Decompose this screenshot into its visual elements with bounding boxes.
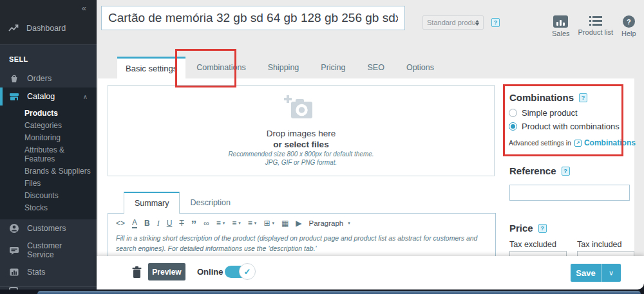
numbered-list-icon[interactable]: ≡▾ [248, 219, 257, 228]
catalog-submenu: Products Categories Monitoring Attribute… [0, 106, 97, 219]
combinations-advanced-link[interactable]: ↗ Combinations [574, 138, 636, 147]
insert-media-icon[interactable]: ▶ [296, 219, 301, 228]
align-icon[interactable]: ≡▾ [216, 219, 225, 228]
sidebar-item-stats[interactable]: Stats [0, 263, 97, 281]
strikethrough-icon[interactable]: T [179, 219, 184, 228]
sidebar-item-customers[interactable]: Customers [0, 219, 97, 237]
paragraph-label: Paragraph [309, 219, 344, 228]
radio-checked-icon [509, 122, 517, 131]
footer-action-bar: Preview Online ✓ Save ∨ [97, 256, 644, 289]
text-color-icon[interactable]: A [132, 218, 137, 228]
caret-down-icon: ▾ [272, 219, 274, 228]
sidebar-catalog-block: Catalog ∧ Products Categories Monitoring… [0, 87, 97, 219]
bottom-window-edge [0, 289, 644, 294]
product-list-label: Product list [578, 28, 613, 36]
dropzone-line2: or select files [273, 140, 328, 149]
tab-seo[interactable]: SEO [357, 57, 395, 78]
sales-quick-link[interactable]: Sales [552, 15, 570, 37]
help-icon: ? [623, 15, 635, 28]
reference-input[interactable] [509, 185, 630, 201]
product-type-help-icon[interactable]: ? [491, 18, 500, 27]
summary-editor: <> A B I U T ” ∞ ≡▾ ≡▾ ≡▾ ⊞▾ ▦ ▶ Paragra… [108, 213, 496, 258]
sidebar-item-label: Dashboard [26, 24, 66, 33]
sidebar-item-monitoring[interactable]: Monitoring [24, 131, 97, 143]
blockquote-icon[interactable]: ” [191, 219, 197, 228]
sidebar-collapse-button[interactable]: « [82, 3, 86, 13]
summary-placeholder-text[interactable]: Fill in a striking short description of … [108, 232, 495, 256]
orders-icon [9, 73, 19, 84]
sidebar-item-customer-service[interactable]: Customer Service [0, 237, 97, 263]
sidebar-item-discounts[interactable]: Discounts [24, 189, 97, 201]
sidebar-item-attributes-features[interactable]: Attributes & Features [24, 143, 97, 165]
sidebar-item-orders[interactable]: Orders [0, 69, 97, 87]
insert-image-icon[interactable]: ▦ [281, 219, 289, 228]
combinations-section-title: Combinations ? [509, 92, 587, 103]
sidebar-item-dashboard[interactable]: Dashboard [0, 23, 97, 33]
description-tabs: Summary Description [124, 192, 241, 214]
tax-excluded-label: Tax excluded [509, 240, 577, 249]
bullet-list-icon[interactable]: ≡▾ [232, 219, 241, 228]
numbered-list-glyph: ≡ [248, 219, 252, 228]
table-icon[interactable]: ⊞▾ [263, 219, 274, 228]
save-button[interactable]: Save [571, 264, 601, 282]
product-type-value: Standard produ [427, 19, 475, 26]
reference-help-icon[interactable]: ? [562, 167, 570, 176]
table-glyph: ⊞ [263, 219, 270, 228]
image-dropzone[interactable]: Drop images here or select files Recomme… [108, 85, 495, 176]
chat-bubble-icon [9, 245, 19, 255]
save-dropdown-button[interactable]: ∨ [601, 264, 621, 282]
tab-combinations[interactable]: Combinations [185, 57, 256, 78]
code-view-icon[interactable]: <> [116, 219, 125, 228]
caret-down-icon: ▾ [348, 219, 350, 228]
list-icon [589, 15, 602, 26]
sidebar-item-categories[interactable]: Categories [24, 119, 97, 131]
chevron-up-icon[interactable]: ∧ [83, 93, 88, 100]
topbar-quick-links: Sales Product list ? Help [552, 15, 636, 37]
product-list-quick-link[interactable]: Product list [578, 15, 613, 37]
price-help-icon[interactable]: ? [538, 224, 547, 233]
sidebar-item-products[interactable]: Products [24, 107, 97, 119]
sidebar-item-label: Stats [27, 268, 46, 277]
online-label: Online [197, 267, 223, 277]
bar-chart-icon [9, 267, 19, 277]
help-quick-link[interactable]: ? Help [621, 15, 636, 37]
tab-summary[interactable]: Summary [124, 192, 180, 214]
tax-labels-row: Tax excluded Tax included [509, 240, 638, 249]
catalog-icon [9, 91, 19, 102]
advanced-settings-text: Advanced settings in [509, 139, 571, 147]
delete-trash-icon[interactable] [132, 266, 142, 278]
paragraph-dropdown[interactable]: Paragraph▾ [309, 219, 350, 228]
reference-section-title: Reference ? [509, 165, 570, 176]
tab-description[interactable]: Description [180, 192, 241, 214]
customers-icon [9, 223, 19, 234]
sidebar-item-label: Orders [27, 74, 52, 83]
underline-icon[interactable]: U [167, 219, 173, 228]
sidebar-item-files[interactable]: Files [24, 177, 97, 189]
reference-title-text: Reference [509, 165, 556, 176]
product-type-select[interactable]: Standard produ [422, 15, 484, 30]
product-name-input[interactable] [101, 6, 405, 30]
dropzone-line1: Drop images here [267, 129, 336, 138]
sidebar-item-brands-suppliers[interactable]: Brands & Suppliers [24, 165, 97, 177]
online-toggle[interactable]: ✓ [225, 266, 252, 278]
bullet-list-glyph: ≡ [232, 219, 236, 228]
radio-product-with-combinations[interactable]: Product with combinations [509, 122, 620, 131]
sidebar-item-stocks[interactable]: Stocks [24, 201, 97, 214]
tax-included-label: Tax included [577, 240, 622, 249]
caret-down-icon: ▾ [238, 219, 241, 228]
link-icon[interactable]: ∞ [204, 219, 209, 228]
bold-icon[interactable]: B [144, 219, 150, 228]
sales-label: Sales [552, 30, 570, 37]
combinations-help-icon[interactable]: ? [579, 93, 587, 102]
tab-options[interactable]: Options [395, 57, 445, 78]
radio-simple-product[interactable]: Simple product [509, 108, 578, 118]
tab-shipping[interactable]: Shipping [257, 57, 310, 78]
tab-basic-settings[interactable]: Basic settings [117, 57, 185, 78]
select-arrows-icon [475, 20, 479, 26]
preview-button[interactable]: Preview [148, 263, 185, 280]
italic-icon[interactable]: I [157, 219, 160, 228]
help-label: Help [621, 30, 636, 37]
tab-pricing[interactable]: Pricing [310, 57, 356, 78]
sidebar-item-catalog[interactable]: Catalog ∧ [0, 87, 97, 106]
sidebar-item-label: Catalog [27, 92, 55, 101]
